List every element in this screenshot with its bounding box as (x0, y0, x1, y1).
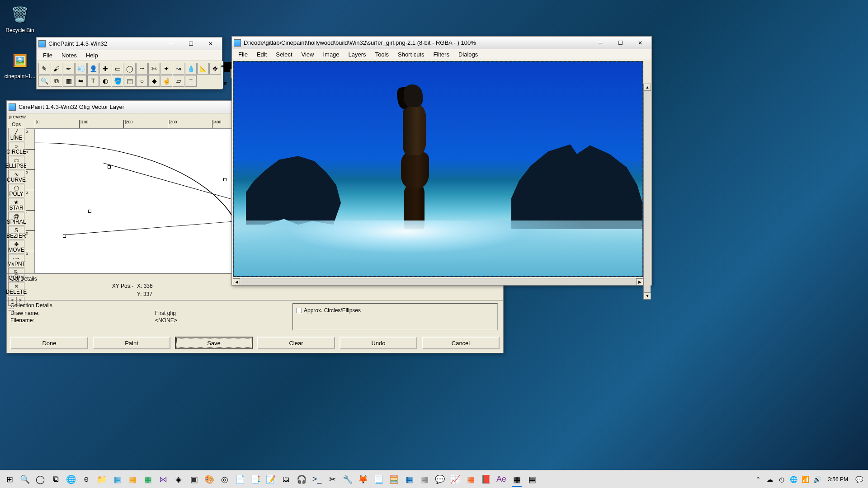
ops-curve-button[interactable]: ∿CURVE (8, 170, 24, 183)
vertical-scrollbar[interactable]: ▲ ▼ (643, 84, 651, 300)
tray-wifi-icon[interactable]: 📶 (801, 475, 810, 484)
tool-measure[interactable]: 📐 (197, 63, 209, 75)
tray-chevron-icon[interactable]: ⌃ (754, 475, 763, 484)
taskbar-headphones[interactable]: 🎧 (294, 472, 309, 487)
tool-path[interactable]: ↝ (173, 63, 184, 75)
minimize-button[interactable]: ─ (591, 38, 610, 48)
undo-button[interactable]: Undo (340, 337, 417, 349)
menu-help[interactable]: Help (81, 51, 103, 60)
tool-brush[interactable]: 🖌 (51, 63, 62, 75)
ops-poly-button[interactable]: ⬠POLY (8, 184, 24, 197)
paint-button[interactable]: Paint (93, 337, 170, 349)
taskbar-snip[interactable]: ✂ (325, 472, 340, 487)
control-node[interactable] (108, 165, 111, 169)
menu-select[interactable]: Select (271, 50, 297, 59)
image-titlebar[interactable]: D:\code\gitlab\Cinepaint\hollywood\build… (232, 37, 651, 49)
taskbar-explorer[interactable]: 📁 (94, 472, 109, 487)
taskbar-term[interactable]: ▣ (186, 472, 202, 487)
taskbar-unity[interactable]: ◈ (171, 472, 186, 487)
control-node[interactable] (63, 235, 66, 238)
tool-scissors[interactable]: ✄ (148, 63, 160, 75)
menu-layers[interactable]: Layers (344, 50, 371, 59)
menu-tools[interactable]: Tools (371, 50, 393, 59)
menu-shortcuts[interactable]: Short cuts (393, 50, 429, 59)
tool-clone[interactable]: 👤 (87, 63, 99, 75)
tool-flip[interactable]: ⇋ (75, 75, 87, 87)
close-button[interactable]: ✕ (631, 38, 650, 48)
tray-network-icon[interactable]: 🌐 (789, 475, 798, 484)
tool-bucket[interactable]: 🪣 (112, 75, 123, 87)
tool-dodge[interactable]: ◐ (99, 75, 111, 87)
scroll-up-icon[interactable]: ▲ (644, 84, 651, 91)
taskbar-app18[interactable]: 📈 (448, 472, 463, 487)
desktop-icon-cinepaint[interactable]: 🖼️ cinepaint-1... (4, 50, 36, 80)
taskbar-app9[interactable]: 📝 (263, 472, 278, 487)
menu-file[interactable]: File (38, 51, 57, 60)
toolbox-titlebar[interactable]: CinePaint 1.4.3-Win32 ─ ☐ ✕ (37, 38, 222, 50)
tool-gradient[interactable]: ▤ (124, 75, 136, 87)
ops-ellipse-button[interactable]: ⬭ELLIPSE (8, 156, 24, 169)
ops-circle-button[interactable]: ○CIRCLE (8, 142, 24, 155)
tool-pencil[interactable]: ✎ (38, 63, 50, 75)
taskbar-app7[interactable]: 📄 (232, 472, 248, 487)
tool-move[interactable]: ✥ (209, 63, 221, 75)
menu-edit[interactable]: Edit (252, 50, 271, 59)
ops-line-button[interactable]: ╱LINE (8, 128, 24, 141)
taskbar-powershell[interactable]: >_ (309, 472, 325, 487)
tray-volume-icon[interactable]: 🔊 (812, 475, 821, 484)
menu-file[interactable]: File (234, 50, 252, 59)
tool-text[interactable]: T (87, 75, 99, 87)
tool-crop[interactable]: ⧉ (51, 75, 62, 87)
tool-smudge[interactable]: ☝ (160, 75, 172, 87)
minimize-button[interactable]: ─ (161, 39, 180, 49)
menu-notes[interactable]: Notes (57, 51, 81, 60)
taskbar-app12[interactable]: 🔧 (340, 472, 355, 487)
taskbar-app19[interactable]: ▦ (463, 472, 478, 487)
tool-perspective[interactable]: ▱ (173, 75, 184, 87)
maximize-button[interactable]: ☐ (611, 38, 630, 48)
taskbar-clock[interactable]: 3:56 PM (824, 476, 852, 483)
tool-zoom[interactable]: 🔍 (38, 75, 50, 87)
taskbar-notepad[interactable]: 📃 (371, 472, 386, 487)
tray-notifications-icon[interactable]: 💬 (854, 475, 863, 484)
tool-transform[interactable]: ▦ (63, 75, 75, 87)
taskbar-app6[interactable]: ◎ (217, 472, 232, 487)
control-node[interactable] (88, 210, 91, 213)
taskbar-app15[interactable]: ▦ (401, 472, 417, 487)
taskbar-app20[interactable]: 📕 (478, 472, 494, 487)
tray-app-icon[interactable]: ◷ (777, 475, 786, 484)
tool-align[interactable]: ≡ (185, 75, 197, 87)
approx-checkbox[interactable]: Approx. Circles/Ellipses (297, 307, 494, 314)
tool-ink[interactable]: ✒ (63, 63, 75, 75)
taskbar-app3[interactable]: ▦ (140, 472, 156, 487)
close-button[interactable]: ✕ (201, 39, 220, 49)
ops-mvpnt-button[interactable]: ·→MvPNT (8, 254, 24, 267)
cancel-button[interactable]: Cancel (422, 337, 500, 349)
taskbar-search[interactable]: 🔍 (17, 472, 33, 487)
save-button[interactable]: Save (175, 337, 253, 349)
tool-color-picker[interactable]: 💧 (185, 63, 197, 75)
scroll-down-icon[interactable]: ▼ (644, 292, 651, 300)
menu-view[interactable]: View (297, 50, 319, 59)
taskbar-app16[interactable]: ▦ (417, 472, 432, 487)
menu-dialogs[interactable]: Dialogs (454, 50, 482, 59)
taskbar-start[interactable]: ⊞ (2, 472, 17, 487)
taskbar-app2[interactable]: ▦ (125, 472, 140, 487)
clear-button[interactable]: Clear (257, 337, 335, 349)
ops-spiral-button[interactable]: @SPIRAL (8, 212, 24, 225)
scroll-left-icon[interactable]: ◀ (233, 278, 240, 286)
tool-sharpen[interactable]: ◆ (148, 75, 160, 87)
tool-ellipse-select[interactable]: ◯ (124, 63, 136, 75)
tray-onedrive-icon[interactable]: ☁ (765, 475, 774, 484)
tool-lasso[interactable]: 〰 (136, 63, 148, 75)
taskbar-app1[interactable]: ▦ (109, 472, 125, 487)
taskbar-app10[interactable]: 🗂 (278, 472, 294, 487)
taskbar-edge[interactable]: e (79, 472, 94, 487)
taskbar-taskview[interactable]: ⧉ (48, 472, 63, 487)
desktop-icon-recycle-bin[interactable]: 🗑️ Recycle Bin (4, 4, 36, 33)
taskbar-app23[interactable]: ▤ (524, 472, 540, 487)
taskbar-firefox[interactable]: 🦊 (355, 472, 371, 487)
menu-image[interactable]: Image (318, 50, 344, 59)
taskbar-cinepaint[interactable]: ▦ (509, 472, 524, 487)
control-node[interactable] (223, 178, 226, 181)
